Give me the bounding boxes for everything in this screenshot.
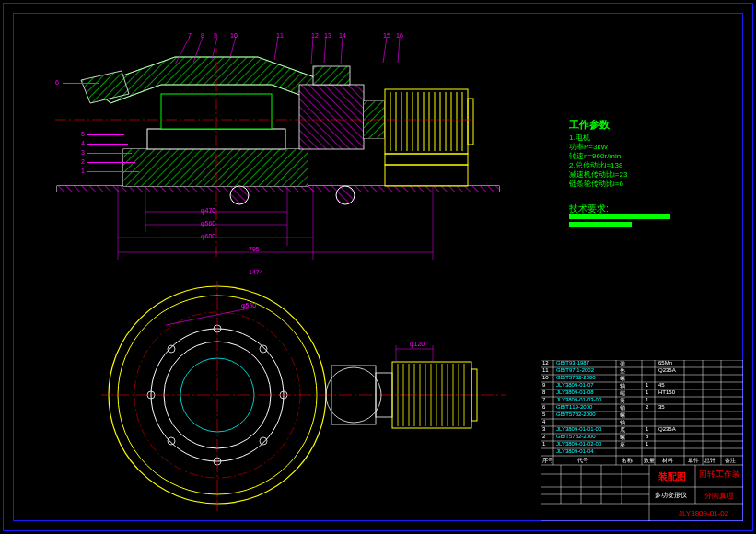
plan-dim-bolt-circle: φ560 <box>241 302 256 308</box>
svg-line-74 <box>166 308 249 325</box>
svg-rect-32 <box>468 99 473 145</box>
dwg-no: JLY3809-01-02 <box>679 509 728 517</box>
svg-point-69 <box>260 345 267 353</box>
balloon-7: 7 <box>188 32 192 39</box>
svg-point-68 <box>168 345 175 353</box>
req-bar-1 <box>569 214 670 219</box>
elevation-drawing <box>37 48 506 278</box>
balloon-3: 3 <box>81 149 85 156</box>
balloon-11: 11 <box>276 32 284 39</box>
balloon-9: 9 <box>214 32 217 39</box>
title-sub: 装配图 <box>658 470 686 483</box>
dim-d2: φ560 <box>201 220 215 226</box>
title-main: 回转工作装 <box>699 469 740 481</box>
dim-d1: φ470 <box>201 207 215 214</box>
hdr-col-7: 备注 <box>725 457 736 465</box>
svg-rect-33 <box>385 154 468 165</box>
req-bar-2 <box>569 222 632 227</box>
svg-rect-34 <box>385 165 468 186</box>
hdr-col-6: 总计 <box>704 457 715 465</box>
svg-line-48 <box>175 37 190 64</box>
balloon-12: 12 <box>311 32 319 39</box>
svg-point-71 <box>260 437 267 445</box>
dim-d5: 1474 <box>249 269 263 275</box>
svg-line-57 <box>398 37 400 63</box>
balloon-13: 13 <box>324 32 331 39</box>
title-block: 12 GB/T93-1987 弹 65Mn 11 GB/T97.1-2002 垫… <box>541 360 743 521</box>
svg-line-55 <box>341 37 343 64</box>
balloon-14: 14 <box>339 32 346 39</box>
cad-canvas: 7 8 9 10 11 12 13 14 15 16 6 5 4 3 2 1 φ… <box>0 0 756 534</box>
svg-point-36 <box>336 186 355 204</box>
svg-rect-17 <box>385 89 468 154</box>
param-line-5: 链条轮传动比i=6 <box>569 179 623 189</box>
balloon-6: 6 <box>55 79 59 86</box>
params-heading: 工作参数 <box>569 118 610 132</box>
hdr-col-4: 材料 <box>662 457 673 465</box>
svg-point-70 <box>168 437 175 445</box>
balloon-10: 10 <box>230 32 238 39</box>
svg-line-53 <box>311 37 313 64</box>
svg-line-54 <box>324 37 326 63</box>
balloon-5: 5 <box>81 131 85 137</box>
balloon-15: 15 <box>383 32 390 39</box>
svg-line-52 <box>274 37 278 60</box>
svg-line-49 <box>193 37 203 63</box>
balloon-1: 1 <box>81 168 85 174</box>
hdr-col-5: 单件 <box>688 457 699 465</box>
balloon-4: 4 <box>81 140 85 146</box>
balloon-leaders <box>37 37 516 74</box>
balloon-16: 16 <box>396 32 403 39</box>
svg-line-56 <box>383 37 387 63</box>
balloon-2: 2 <box>81 158 85 165</box>
hdr-col-2: 名称 <box>622 457 633 465</box>
svg-line-50 <box>212 37 217 60</box>
hdr-col-0: 序号 <box>542 457 553 465</box>
balloon-8: 8 <box>201 32 204 39</box>
plan-drawing <box>101 281 516 513</box>
title-proj: 分间真理 <box>704 491 734 501</box>
dim-d3: φ600 <box>201 233 215 239</box>
svg-line-51 <box>230 37 236 57</box>
plan-dim-motor: φ120 <box>410 341 425 347</box>
title-extra: 多功变形仪 <box>655 491 687 500</box>
svg-rect-7 <box>123 149 308 186</box>
hdr-col-1: 代号 <box>577 457 588 465</box>
svg-rect-13 <box>299 85 364 149</box>
svg-point-35 <box>230 186 249 204</box>
hdr-col-3: 数量 <box>644 457 655 465</box>
dim-d4: 795 <box>249 246 260 252</box>
